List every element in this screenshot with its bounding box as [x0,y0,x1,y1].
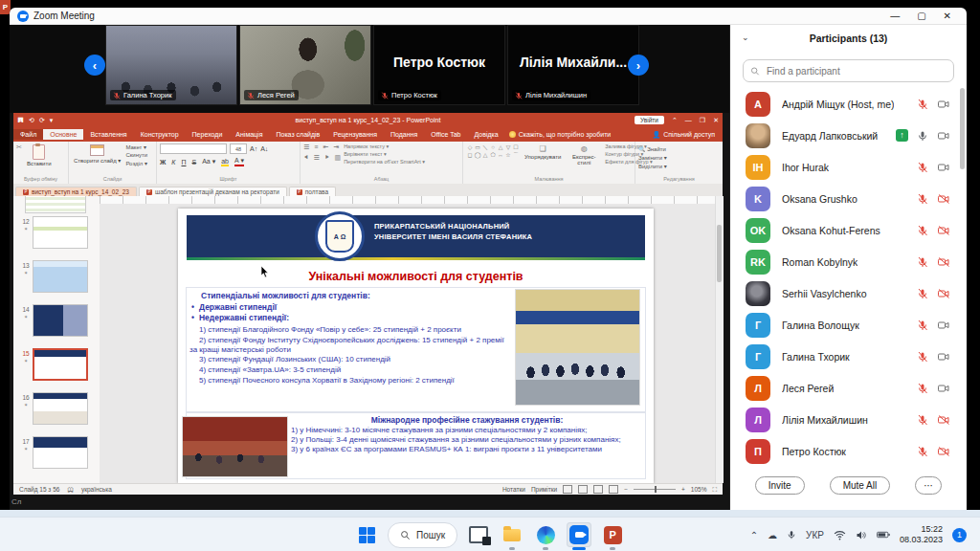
slide-thumbnail[interactable]: 15 ✶ [13,345,100,389]
camera-status-icon[interactable] [937,130,950,142]
underline-button[interactable]: П [181,159,186,165]
ribbon-tab[interactable]: Подання [384,129,424,140]
mic-status-icon[interactable] [917,99,928,110]
align-left-icon[interactable]: ⯇ [303,154,309,162]
ppt-close-icon[interactable]: ✕ [713,117,719,124]
slide-editor[interactable]: А Ω ПРИКАРПАТСЬКИЙ НАЦІОНАЛЬНИЙ УНІВЕРСИ… [178,209,654,483]
share-button[interactable]: 👤 Спільний доступ [652,131,715,139]
spellcheck-icon[interactable]: 🕮 [67,486,74,493]
participant-row[interactable]: Г Галина Волощук ↑ [730,309,960,341]
slide-thumbnail[interactable]: 14 ✶ [13,301,100,345]
ribbon-tab[interactable]: Показ слайдів [269,129,326,140]
ppt-minimize-icon[interactable]: — [685,117,692,123]
participant-row[interactable]: Л Леся Регей ↑ [730,372,960,404]
ribbon-tab[interactable]: Основне [43,129,83,140]
participant-row[interactable]: Г Галина Тхорик ↑ [730,341,960,372]
file-explorer-button[interactable] [500,522,524,547]
next-videos-button[interactable]: › [628,55,649,76]
slide-thumbnail[interactable]: 16 ✶ [13,389,100,433]
task-view-button[interactable] [466,522,491,547]
document-tab[interactable]: P виступ_вступ на 1 курс_14_02_23 [15,187,137,196]
slide-thumbnail[interactable]: 13 ✶ [13,257,100,301]
ribbon-tab[interactable]: Рецензування [326,129,384,140]
camera-status-icon[interactable] [937,446,950,457]
mic-status-icon[interactable] [917,193,928,205]
bullets-icon[interactable]: ☰ [303,143,309,151]
participant-row[interactable]: Serhii Vasylchenko ↑ [730,277,960,309]
powerpoint-titlebar[interactable]: виступ_вступ на 1 курс_14_02_23 - PowerP… [13,113,723,127]
smartart-button[interactable]: Перетворити на об'єкт SmartArt ▾ [344,159,425,165]
close-icon[interactable]: ✕ [944,11,951,21]
edge-browser-button[interactable] [533,522,558,547]
camera-status-icon[interactable] [937,193,950,205]
zoom-titlebar[interactable]: Zoom Meeting — ▢ ✕ [10,8,967,25]
comments-button[interactable]: Примітки [531,486,557,493]
minimize-icon[interactable]: — [890,11,900,21]
camera-status-icon[interactable] [937,256,950,268]
ribbon-tab[interactable]: Файл [13,129,43,140]
camera-status-icon[interactable] [937,351,950,363]
numbering-icon[interactable]: ≡ [314,143,318,151]
camera-status-icon[interactable] [937,414,950,426]
font-name-input[interactable] [160,143,227,154]
font-size-input[interactable]: 48 [230,143,247,154]
change-case-button[interactable]: Aa ▾ [202,158,215,165]
cut-icon[interactable]: ✂ [16,143,22,176]
wifi-icon[interactable] [834,530,846,540]
mic-status-icon[interactable] [917,383,928,394]
save-icon[interactable]: 🖪 [17,117,24,124]
mic-status-icon[interactable] [917,414,928,426]
paste-button[interactable]: Вставити [25,143,54,176]
participant-row[interactable]: OK Oksana Kohut-Ferens ↑ [730,214,960,246]
participant-row[interactable]: Л Лілія Михайлишин ↑ [730,404,960,435]
fit-slide-icon[interactable]: ⛶ [712,486,717,494]
taskbar-search[interactable]: Пошук [388,522,457,548]
camera-status-icon[interactable] [937,383,950,394]
shapes-gallery[interactable]: ◇▭＼○△▽☐ ◻◯△⬠↔☆⌒ [466,143,520,176]
participant-row[interactable]: П Петро Костюк ↑ [730,435,960,467]
sorter-view-icon[interactable] [578,485,588,494]
hidden-icons-chevron[interactable]: ⌃ [750,530,758,540]
document-tab[interactable]: P полтава [289,187,336,196]
camera-status-icon[interactable] [937,225,950,236]
ribbon-tab[interactable]: Конструктор [134,129,186,140]
camera-status-icon[interactable] [937,99,950,110]
replace-button[interactable]: Замінити ▾ [638,154,720,161]
participant-row[interactable]: IH Ihor Hurak ↑ [730,151,960,183]
mic-status-icon[interactable] [917,288,928,299]
start-button[interactable] [354,522,379,547]
indent-icon[interactable]: ⇤ [323,143,328,151]
prev-videos-button[interactable]: ‹ [84,55,105,76]
participant-row[interactable]: RK Roman Kobylnyk ↑ [730,246,960,277]
section-button[interactable]: Розділ ▾ [125,160,147,166]
language-indicator[interactable]: УКР [806,530,824,540]
select-button[interactable]: Виділити ▾ [638,163,720,169]
grow-font-icon[interactable]: А↑ [250,145,257,152]
new-slide-button[interactable]: Створити слайд ▾ [72,143,122,176]
normal-view-icon[interactable] [563,485,572,494]
powerpoint-app-button[interactable]: P [600,522,625,547]
quick-styles-button[interactable]: ◍ Експрес-стилі [566,143,602,176]
zoom-in-icon[interactable]: + [681,486,685,493]
camera-status-icon[interactable] [937,288,950,299]
ribbon-tab[interactable]: Переходи [186,129,230,140]
participant-search[interactable] [743,59,954,82]
mic-status-icon[interactable] [917,320,928,331]
find-button[interactable]: 🔍 Знайти [638,145,720,152]
italic-button[interactable]: К [171,159,175,165]
slideshow-view-icon[interactable] [609,485,618,494]
camera-status-icon[interactable] [937,162,950,173]
zoom-out-icon[interactable]: − [624,486,628,493]
redo-icon[interactable]: ⟳ [39,117,45,124]
video-tile[interactable]: Лілія Михайли... Лілія Михайлишин [507,25,639,105]
microphone-tray-icon[interactable] [787,529,796,540]
thumbnail-partial[interactable] [25,196,86,213]
layout-button[interactable]: Макет ▾ [125,143,147,150]
search-input[interactable] [765,65,947,77]
volume-icon[interactable] [856,530,867,540]
shrink-font-icon[interactable]: А↓ [260,145,268,152]
ribbon-tab[interactable]: Вставлення [83,129,133,140]
participant-row[interactable]: А Андрій Міщук (Host, me) ↑ [730,88,960,120]
more-options-button[interactable]: ⋯ [915,476,942,495]
video-tile[interactable]: Галина Тхорик [105,25,237,105]
